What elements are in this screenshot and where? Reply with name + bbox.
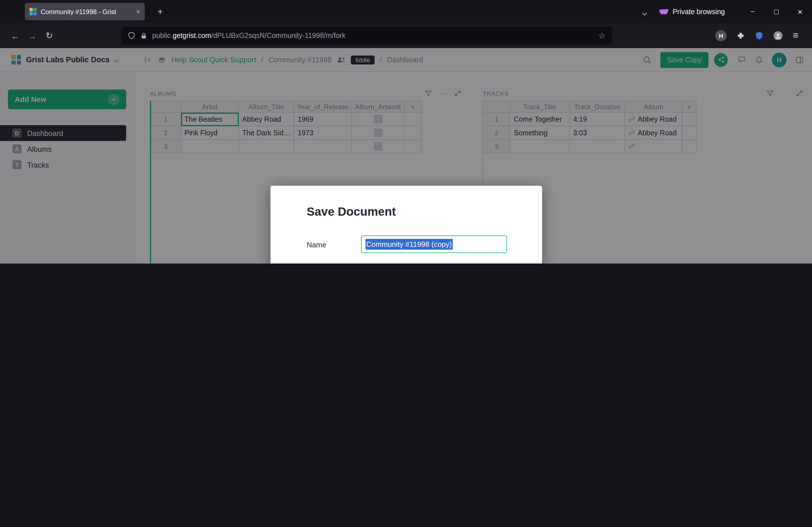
private-browsing-indicator: Private browsing bbox=[658, 8, 725, 16]
url-path: /dPLUBxG2sqsN/Community-11998/m/fork bbox=[211, 32, 346, 40]
dialog-title: Save Document bbox=[307, 205, 396, 218]
name-input[interactable]: Community #11998 (copy) bbox=[361, 236, 507, 253]
account-icon[interactable] bbox=[773, 31, 783, 41]
menu-icon[interactable]: ≡ bbox=[793, 30, 798, 41]
tab-list-chevron-icon[interactable] bbox=[642, 6, 646, 17]
tab-close-icon[interactable]: × bbox=[136, 8, 140, 16]
back-button[interactable]: ← bbox=[7, 31, 24, 41]
maximize-button[interactable]: □ bbox=[765, 8, 788, 16]
tracking-shield-icon[interactable] bbox=[128, 32, 135, 40]
private-mask-icon bbox=[658, 8, 669, 15]
selected-text: Community #11998 (copy) bbox=[365, 239, 452, 250]
adblock-shield-icon[interactable] bbox=[755, 31, 763, 40]
url-bar[interactable]: public. getgrist.com /dPLUBxG2sqsN/Commu… bbox=[121, 27, 612, 45]
save-document-dialog: Save Document Name Community #11998 (cop… bbox=[271, 186, 542, 264]
forward-button[interactable]: → bbox=[24, 31, 41, 41]
bookmark-star-icon[interactable]: ☆ bbox=[598, 31, 606, 40]
url-prefix: public. bbox=[152, 32, 173, 40]
tab-title: Community #11998 - Grist bbox=[41, 8, 132, 15]
name-label: Name bbox=[307, 241, 326, 249]
reload-button[interactable]: ↻ bbox=[41, 31, 58, 41]
extension-h-button[interactable]: H bbox=[715, 30, 727, 41]
url-domain: getgrist.com bbox=[173, 32, 211, 40]
tab-bar: Community #11998 - Grist × + Private bro… bbox=[0, 0, 812, 23]
browser-window: Community #11998 - Grist × + Private bro… bbox=[0, 0, 812, 264]
navigation-bar: ← → ↻ public. getgrist.com /dPLUBxG2sqsN… bbox=[0, 23, 812, 48]
browser-tab[interactable]: Community #11998 - Grist × bbox=[25, 3, 145, 20]
extensions-puzzle-icon[interactable] bbox=[736, 31, 745, 40]
lock-icon[interactable] bbox=[140, 32, 147, 39]
private-browsing-label: Private browsing bbox=[672, 8, 725, 16]
toolbar-icons: H ≡ bbox=[715, 30, 805, 41]
url-text: public. getgrist.com /dPLUBxG2sqsN/Commu… bbox=[152, 32, 346, 40]
grist-favicon-icon bbox=[29, 8, 37, 15]
window-close-button[interactable]: × bbox=[788, 7, 812, 16]
new-tab-button[interactable]: + bbox=[153, 6, 168, 17]
minimize-button[interactable]: − bbox=[741, 8, 765, 16]
